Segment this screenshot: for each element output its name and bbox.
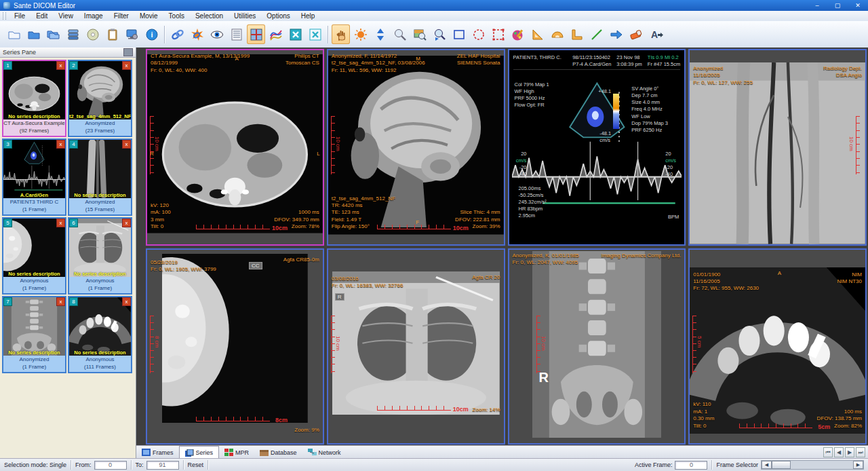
series-thumbnail-7[interactable]: 7 x No series description Anonymized(1 F… bbox=[2, 296, 66, 373]
series-thumbnail-3[interactable]: 3 x A.Card/Gen PATIENT3 THIRD C(1 Frame) bbox=[2, 138, 66, 216]
open-folder-icon[interactable] bbox=[44, 24, 62, 44]
tab-frames[interactable]: Frames bbox=[136, 446, 179, 459]
burn-cd-icon[interactable] bbox=[83, 24, 102, 44]
series-caption-line2: (15 Frames) bbox=[69, 206, 131, 213]
series-pane: Series Pane 1 x No series description CT… bbox=[0, 48, 136, 459]
viewer-cell-angiogram[interactable]: Anonymized11/16/2005Fr: 0, WL: 127, WW: … bbox=[688, 49, 867, 246]
maximize-button[interactable]: ▢ bbox=[827, 2, 848, 9]
set-square-icon[interactable] bbox=[528, 24, 547, 44]
last-frame-button[interactable]: ⏭ bbox=[856, 447, 865, 457]
series-close-icon[interactable]: x bbox=[56, 140, 65, 149]
series-thumbnail-1[interactable]: 1 x No series description CT Aura-Secura… bbox=[2, 60, 66, 137]
color-palette-icon[interactable] bbox=[509, 24, 527, 44]
menu-help[interactable]: Help bbox=[296, 12, 321, 20]
first-frame-button[interactable]: ⏮ bbox=[823, 447, 833, 457]
information-icon[interactable]: i bbox=[142, 24, 161, 44]
overlay-model: Tomoscan CS bbox=[285, 60, 319, 67]
series-thumbnail-4[interactable]: 4 x No series description Anonymized(15 … bbox=[68, 138, 132, 216]
series-number-badge: 1 bbox=[3, 61, 12, 70]
link-series-icon[interactable] bbox=[168, 24, 186, 44]
pan-icon[interactable] bbox=[332, 24, 350, 44]
eraser-icon[interactable] bbox=[627, 24, 645, 44]
protractor-icon[interactable] bbox=[548, 24, 566, 44]
viewer-cell-abdomen-xray[interactable]: Anonymized, K, 01/01/1985Fr: 0, WL: 2047… bbox=[508, 248, 686, 445]
menu-utilities[interactable]: Utilities bbox=[229, 12, 261, 20]
cobb-angle-icon[interactable] bbox=[568, 24, 586, 44]
viewer-cell-mri-brain[interactable]: Anonymized, F, 11/14/1972t2_tse_sag_4mm_… bbox=[327, 49, 505, 246]
scrollbar-thumb[interactable] bbox=[772, 461, 791, 469]
horizontal-ruler: 8cm bbox=[196, 417, 270, 421]
menu-view[interactable]: View bbox=[53, 12, 79, 20]
tab-network[interactable]: Network bbox=[302, 446, 347, 459]
lut-curves-icon[interactable] bbox=[267, 24, 285, 44]
unlink-series-icon[interactable] bbox=[188, 24, 206, 44]
scroll-frames-icon[interactable] bbox=[371, 24, 389, 44]
reset-button[interactable]: Reset bbox=[184, 460, 209, 470]
menu-selection[interactable]: Selection bbox=[190, 12, 229, 20]
series-pane-menu-button[interactable] bbox=[123, 48, 133, 56]
frame-selector-scrollbar[interactable]: ◀ ▶ bbox=[761, 460, 864, 470]
draw-line-icon[interactable] bbox=[587, 24, 606, 44]
series-close-icon[interactable]: x bbox=[56, 219, 65, 227]
dicom-print-icon[interactable] bbox=[123, 24, 141, 44]
vertical-ruler: 10 cm bbox=[331, 316, 335, 374]
paste-icon[interactable] bbox=[103, 24, 121, 44]
region-select-icon[interactable] bbox=[489, 24, 507, 44]
open-file-icon[interactable] bbox=[24, 24, 43, 44]
viewer-cell-ct-abdomen[interactable]: CT Aura-Secura Example, M, 13/13/199908/… bbox=[146, 49, 324, 246]
new-icon[interactable] bbox=[5, 24, 23, 44]
menu-edit[interactable]: Edit bbox=[31, 12, 53, 20]
viewer-cell-chest-xray[interactable]: 03/08/2016Fr: 0, WL: 16383, WW: 32766 Ag… bbox=[327, 248, 505, 445]
menu-tools[interactable]: Tools bbox=[163, 12, 190, 20]
magnifier-icon[interactable] bbox=[430, 24, 448, 44]
dicom-tags-icon[interactable] bbox=[227, 24, 245, 44]
viewer-cell-dental-ct[interactable]: 01/01/190011/16/2005Fr: 72, WL: 955, WW:… bbox=[688, 248, 867, 445]
menu-grip bbox=[3, 12, 6, 20]
brightness-contrast-icon[interactable] bbox=[351, 24, 370, 44]
svg-text:i: i bbox=[151, 31, 153, 39]
tab-database[interactable]: Database bbox=[254, 446, 302, 459]
tab-series[interactable]: Series bbox=[179, 446, 220, 459]
close-button[interactable]: ✕ bbox=[848, 2, 868, 9]
draw-arrow-icon[interactable] bbox=[607, 24, 625, 44]
series-thumbnail-2[interactable]: 2 x t2_tse_sag_4mm_512_NF Anonymized(23 … bbox=[68, 60, 132, 137]
series-close-icon[interactable]: x bbox=[56, 297, 65, 306]
view-options-icon[interactable] bbox=[208, 24, 226, 44]
zoom-icon[interactable] bbox=[391, 24, 409, 44]
next-frame-button[interactable]: ▶ bbox=[845, 447, 854, 457]
series-description: No series description bbox=[3, 350, 65, 356]
viewer-cell-mammogram[interactable]: 05/28/2019Fr: 0, WL: 1905, WW: 3799 Agfa… bbox=[146, 248, 324, 445]
minimize-button[interactable]: – bbox=[807, 2, 827, 9]
scale-unit: cm/s bbox=[599, 137, 610, 143]
scroll-left-icon[interactable]: ◀ bbox=[762, 461, 772, 469]
from-input[interactable]: 0 bbox=[94, 461, 127, 470]
reference-lines-icon[interactable] bbox=[247, 24, 265, 44]
menu-filter[interactable]: Filter bbox=[108, 12, 134, 20]
prev-frame-button[interactable]: ◀ bbox=[834, 447, 844, 457]
series-close-icon[interactable]: x bbox=[122, 297, 131, 306]
tab-mpr[interactable]: MPR bbox=[219, 446, 254, 459]
menu-file[interactable]: File bbox=[9, 12, 31, 20]
series-thumbnail-6[interactable]: 6 x No series description Anonymous(1 Fr… bbox=[68, 217, 132, 295]
scroll-right-icon[interactable]: ▶ bbox=[853, 461, 863, 469]
series-close-icon[interactable]: x bbox=[122, 61, 131, 70]
series-close-icon[interactable]: x bbox=[122, 219, 131, 227]
menu-image[interactable]: Image bbox=[79, 12, 108, 20]
series-close-icon[interactable]: x bbox=[56, 61, 65, 70]
menu-options[interactable]: Options bbox=[261, 12, 295, 20]
viewer-cell-ultrasound[interactable]: Col 79% Map 1WF High PRF 5000 HzFlow Opt… bbox=[508, 49, 686, 246]
to-input[interactable]: 91 bbox=[146, 461, 179, 470]
ellipse-select-icon[interactable] bbox=[469, 24, 488, 44]
active-frame-value[interactable]: 0 bbox=[675, 461, 707, 470]
fit-image-icon[interactable] bbox=[286, 24, 304, 44]
series-close-icon[interactable]: x bbox=[122, 140, 131, 149]
import-series-icon[interactable] bbox=[64, 24, 82, 44]
series-thumbnail-5[interactable]: 5 x No series description Anonymous(1 Fr… bbox=[2, 217, 66, 295]
series-description: No series description bbox=[3, 113, 65, 119]
fit-window-icon[interactable] bbox=[306, 24, 324, 44]
menu-movie[interactable]: Movie bbox=[134, 12, 163, 20]
series-thumbnail-8[interactable]: 8 x No series description Anonymous(111 … bbox=[68, 296, 132, 373]
rectangle-select-icon[interactable] bbox=[450, 24, 468, 44]
text-annotation-icon[interactable]: A bbox=[646, 24, 665, 44]
zoom-image-icon[interactable] bbox=[410, 24, 429, 44]
